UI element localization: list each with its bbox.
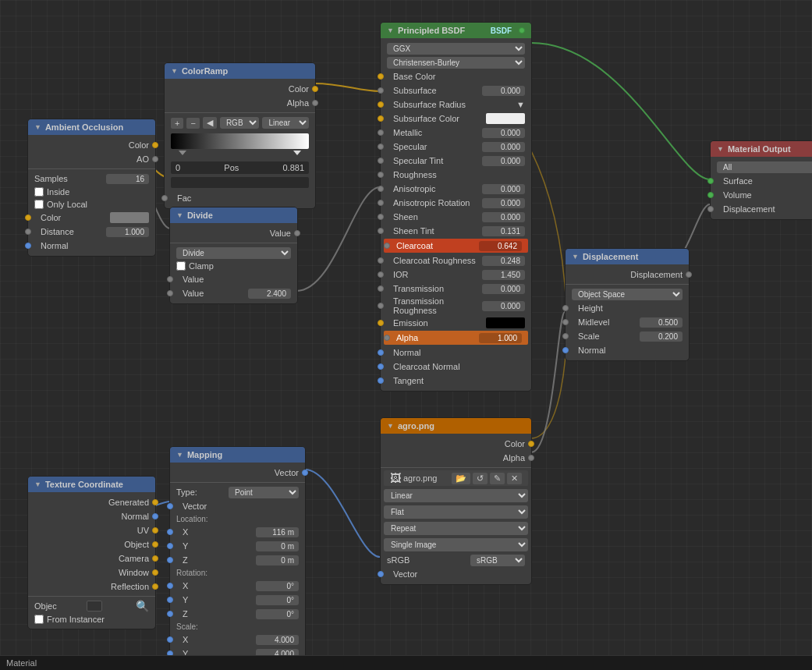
- ao-inside-checkbox[interactable]: [34, 187, 44, 197]
- texcoord-obj-swatch[interactable]: [87, 601, 102, 612]
- principled-collapse[interactable]: ▼: [387, 27, 394, 34]
- ao-distance-value[interactable]: 1.000: [106, 227, 149, 237]
- pbsdf-spectint-value[interactable]: 0.000: [482, 156, 525, 166]
- displacement-midlevel-socket[interactable]: [562, 319, 569, 325]
- imgtex-interp-select[interactable]: Linear: [384, 489, 528, 502]
- pbsdf-clearcoatrough-value[interactable]: 0.248: [482, 256, 525, 266]
- mapping-locy-value[interactable]: 0 m: [256, 541, 299, 551]
- pbsdf-basecolor-socket[interactable]: [378, 73, 384, 80]
- displacement-space-select[interactable]: Object Space: [572, 289, 683, 300]
- texcoord-camera-socket[interactable]: [152, 555, 158, 562]
- imgtex-color-out-socket[interactable]: [528, 441, 534, 447]
- pbsdf-emission-socket[interactable]: [378, 320, 384, 326]
- pbsdf-subsurface-value[interactable]: 0.000: [482, 86, 525, 96]
- pbsdf-specular-socket[interactable]: [378, 144, 384, 150]
- matout-collapse[interactable]: ▼: [717, 145, 724, 153]
- bsdf-out-socket[interactable]: [519, 27, 525, 34]
- pbsdf-clearcoat-socket[interactable]: [384, 243, 390, 249]
- pbsdf-aniso-value[interactable]: 0.000: [482, 184, 525, 194]
- divide-value2-num[interactable]: 2.400: [248, 289, 291, 299]
- colorramp-add-stop[interactable]: +: [171, 118, 183, 129]
- pbsdf-normal-socket[interactable]: [378, 349, 384, 356]
- ao-color-socket[interactable]: [152, 142, 158, 148]
- pbsdf-aniso-socket[interactable]: [378, 186, 384, 192]
- imgtex-alpha-out-socket[interactable]: [528, 455, 534, 461]
- ao-color-swatch[interactable]: [110, 212, 149, 223]
- mapping-vector-in-socket[interactable]: [167, 503, 173, 509]
- displacement-height-socket[interactable]: [562, 305, 569, 311]
- mapping-scalex-value[interactable]: 4.000: [256, 635, 299, 645]
- texcoord-generated-socket[interactable]: [152, 499, 158, 505]
- mapping-locx-socket[interactable]: [167, 529, 173, 535]
- pbsdf-transmission-value[interactable]: 0.000: [482, 284, 525, 294]
- ao-samples-value[interactable]: 16: [106, 174, 149, 184]
- pbsdf-sheen-value[interactable]: 0.000: [482, 212, 525, 222]
- texcoord-window-socket[interactable]: [152, 569, 158, 576]
- mapping-roty-value[interactable]: 0°: [256, 595, 299, 605]
- mapping-collapse[interactable]: ▼: [176, 451, 183, 459]
- mapping-locz-socket[interactable]: [167, 557, 173, 563]
- pbsdf-alpha-value[interactable]: 1.000: [479, 333, 522, 343]
- pbsdf-metallic-socket[interactable]: [378, 129, 384, 136]
- pbsdf-subscolor-socket[interactable]: [378, 115, 384, 122]
- colorramp-interp-select[interactable]: Linear: [262, 117, 309, 129]
- mapping-rotz-value[interactable]: 0°: [256, 609, 299, 619]
- matout-displacement-socket[interactable]: [707, 206, 714, 212]
- mapping-locz-value[interactable]: 0 m: [256, 555, 299, 565]
- divide-clamp-checkbox[interactable]: [176, 261, 186, 271]
- imgtex-reload-btn[interactable]: ↺: [473, 473, 488, 484]
- divide-collapse[interactable]: ▼: [176, 211, 183, 219]
- pbsdf-sheentint-socket[interactable]: [378, 228, 384, 234]
- displacement-scale-value[interactable]: 0.200: [640, 331, 683, 342]
- colorramp-collapse[interactable]: ▼: [171, 67, 178, 75]
- divide-operation-select[interactable]: Divide: [176, 247, 291, 259]
- imgtex-edit-btn[interactable]: ✎: [490, 473, 505, 484]
- pbsdf-clearcoatnormal-socket[interactable]: [378, 363, 384, 370]
- matout-dropdown[interactable]: All: [717, 161, 812, 173]
- texcoord-object-socket[interactable]: [152, 541, 158, 548]
- ao-ao-socket[interactable]: [152, 156, 158, 162]
- pbsdf-subscolor-swatch[interactable]: [486, 113, 525, 124]
- pbsdf-transrough-value[interactable]: 0.000: [482, 301, 525, 311]
- mapping-locy-socket[interactable]: [167, 543, 173, 549]
- colorramp-arrow-left[interactable]: ◀: [203, 117, 217, 129]
- pbsdf-emission-swatch[interactable]: [486, 317, 525, 328]
- pbsdf-tangent-socket[interactable]: [378, 378, 384, 384]
- mapping-scalex-socket[interactable]: [167, 636, 173, 643]
- imgtex-vector-socket[interactable]: [378, 571, 384, 577]
- pbsdf-clearcoatrough-socket[interactable]: [378, 257, 384, 264]
- imgtex-collapse[interactable]: ▼: [387, 422, 394, 430]
- ao-onlylocal-checkbox[interactable]: [34, 200, 44, 209]
- matout-surface-socket[interactable]: [707, 178, 714, 184]
- mapping-rotx-value[interactable]: 0°: [256, 581, 299, 591]
- texcoord-reflection-socket[interactable]: [152, 583, 158, 590]
- imgtex-proj-select[interactable]: Flat: [384, 505, 528, 519]
- colorramp-remove-stop[interactable]: −: [186, 118, 199, 129]
- ao-collapse-arrow[interactable]: ▼: [34, 123, 41, 131]
- pbsdf-anisorot-socket[interactable]: [378, 200, 384, 206]
- pbsdf-transrough-socket[interactable]: [378, 303, 384, 309]
- ao-distance-socket[interactable]: [25, 229, 31, 235]
- imgtex-remove-btn[interactable]: ✕: [507, 473, 522, 484]
- colorramp-alpha-socket[interactable]: [312, 100, 318, 106]
- ao-color-input-socket[interactable]: [25, 214, 31, 221]
- pbsdf-ior-socket[interactable]: [378, 271, 384, 278]
- mapping-rotz-socket[interactable]: [167, 611, 173, 617]
- pbsdf-method-select[interactable]: Christensen-Burley: [387, 57, 525, 69]
- displacement-normal-socket[interactable]: [562, 347, 569, 353]
- imgtex-colorspace-select[interactable]: sRGB: [470, 555, 525, 566]
- pbsdf-subsrad-socket[interactable]: [378, 101, 384, 108]
- mapping-roty-socket[interactable]: [167, 597, 173, 603]
- texcoord-normal-socket[interactable]: [152, 513, 158, 519]
- matout-volume-socket[interactable]: [707, 192, 714, 198]
- colorramp-gradient[interactable]: [171, 133, 309, 149]
- pbsdf-transmission-socket[interactable]: [378, 285, 384, 292]
- colorramp-fac-socket[interactable]: [161, 195, 168, 201]
- texcoord-obj-picker-icon[interactable]: 🔍: [136, 600, 149, 612]
- displacement-scale-socket[interactable]: [562, 333, 569, 339]
- pbsdf-ior-value[interactable]: 1.450: [482, 270, 525, 280]
- displacement-midlevel-value[interactable]: 0.500: [640, 317, 683, 328]
- colorramp-mode-select[interactable]: RGB: [220, 117, 260, 129]
- colorramp-color-socket[interactable]: [312, 86, 318, 92]
- divide-value2-socket[interactable]: [167, 290, 173, 296]
